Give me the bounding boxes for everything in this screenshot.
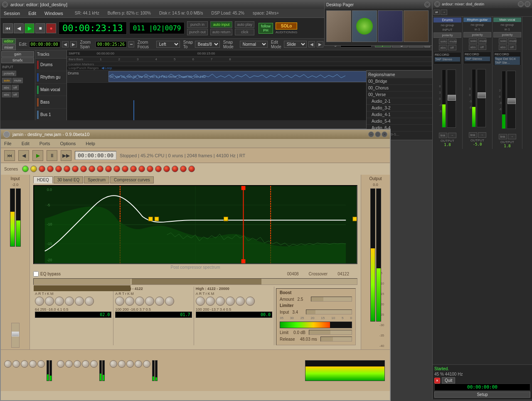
mid-knob-1[interactable]: [57, 360, 64, 368]
solo-button[interactable]: SOLo: [276, 22, 297, 30]
drums-link-btn[interactable]: link: [439, 133, 447, 138]
high-knee-knob[interactable]: [236, 297, 245, 306]
low-threshold-knob[interactable]: [55, 297, 64, 306]
mid-knob-3[interactable]: [74, 360, 81, 368]
limit-slider[interactable]: [309, 330, 352, 335]
jamin-menu-file[interactable]: File: [2, 140, 13, 147]
jamin-menu-edit[interactable]: Edit: [20, 140, 31, 147]
prev-button[interactable]: ⏮: [3, 23, 13, 33]
drums-off-btn[interactable]: off: [448, 45, 456, 50]
polarity-btn[interactable]: polarity: [2, 71, 16, 76]
zoom-focus-select[interactable]: LeftRightCenter: [156, 41, 180, 48]
scene-dot-5[interactable]: [55, 166, 62, 172]
mid-knob-4[interactable]: [82, 360, 89, 368]
scene-dot-19[interactable]: [172, 166, 178, 172]
stop-button[interactable]: ■: [35, 23, 45, 33]
nudge-right-btn[interactable]: ▶: [317, 41, 323, 47]
menu-edit[interactable]: Edit: [27, 10, 38, 17]
30band-tab[interactable]: 30 band EQ: [54, 176, 83, 183]
pager-thumb-1[interactable]: [326, 10, 351, 42]
vocal-fader[interactable]: [507, 71, 516, 129]
record-button[interactable]: ●: [46, 23, 56, 33]
scene-dot-3[interactable]: [39, 166, 45, 172]
menu-session[interactable]: Session: [2, 10, 22, 17]
track-main-vocal[interactable]: Main vocal: [35, 84, 66, 96]
scene-dot-2[interactable]: [30, 166, 37, 172]
mute-track-btn[interactable]: mute: [12, 78, 23, 83]
gain-btn[interactable]: gain: [1, 51, 34, 57]
high-attack-knob[interactable]: [196, 297, 205, 306]
abs-btn2[interactable]: abs: [2, 92, 11, 97]
low-makeup-knob[interactable]: [85, 297, 94, 306]
low-knob-1[interactable]: [4, 360, 12, 368]
rhythm-abs-btn[interactable]: abs: [469, 45, 477, 50]
jamin-pause-btn[interactable]: ⏸: [47, 150, 57, 161]
compressor-tab[interactable]: Compressor curves: [110, 176, 154, 183]
mixer-close-btn[interactable]: ✕: [434, 1, 440, 7]
nudge-left-btn[interactable]: ◀: [308, 41, 315, 47]
scene-dot-20[interactable]: [180, 166, 187, 172]
region-audio54[interactable]: Audio_5-4: [367, 118, 432, 125]
zoom-out-btn[interactable]: ━: [128, 41, 134, 47]
vocal-arrow-btn[interactable]: →: [508, 134, 516, 139]
scene-dot-16[interactable]: [147, 166, 153, 172]
jamin-close-btn[interactable]: ✕: [382, 131, 387, 137]
jamin-menu-options[interactable]: Options: [58, 140, 77, 147]
high-knob-5[interactable]: [143, 360, 150, 368]
drums-fader-handle[interactable]: [448, 95, 456, 101]
zoom-span-input[interactable]: [96, 41, 127, 47]
mixer-max-btn[interactable]: □: [525, 1, 530, 7]
edit-snap-btn2[interactable]: ▶: [70, 41, 77, 47]
snap-mode-select[interactable]: NormalMagneticNone: [240, 41, 268, 48]
scene-dot-13[interactable]: [122, 166, 128, 172]
scene-dot-11[interactable]: [105, 166, 112, 172]
release-slider[interactable]: [320, 337, 352, 342]
drums-abs-btn[interactable]: abs: [439, 45, 447, 50]
pager-thumb-4[interactable]: [404, 10, 429, 42]
vocal-plugin-1[interactable]: Tape Del SC4 TAP Ste...: [495, 57, 520, 65]
high-knob-1[interactable]: [110, 360, 117, 368]
low-knee-knob[interactable]: [75, 297, 84, 306]
scene-dot-4[interactable]: [47, 166, 54, 172]
hdeq-tab[interactable]: HDEQ: [33, 176, 53, 183]
low-knob-2[interactable]: [12, 360, 20, 368]
setup-button[interactable]: Setup: [434, 391, 530, 398]
auto-input-button[interactable]: auto input: [210, 21, 233, 28]
high-knob-3[interactable]: [126, 360, 134, 368]
vocal-abs-btn[interactable]: abs: [499, 45, 507, 50]
region-chorus[interactable]: 00_Chorus: [367, 85, 432, 92]
mid-release-knob[interactable]: [125, 297, 134, 306]
jamin-minimize-btn[interactable]: ─: [368, 131, 374, 137]
drums-plugin-2[interactable]: TAP Stereo: [435, 57, 460, 62]
edit-mode-select[interactable]: SlideLockRipple: [284, 41, 307, 48]
rhythm-off-btn[interactable]: off: [478, 45, 486, 50]
solo-track-btn[interactable]: solo: [2, 78, 12, 83]
jamin-forward-btn[interactable]: ▶▶: [61, 150, 71, 161]
input-fader[interactable]: [11, 323, 20, 348]
mid-knob-5[interactable]: [90, 360, 98, 368]
timefx-btn[interactable]: timefx: [1, 57, 34, 63]
jamin-rewind-btn[interactable]: ◀: [18, 150, 29, 161]
mixer-link-btn[interactable]: →: [441, 10, 447, 15]
vocal-off-btn[interactable]: off: [508, 45, 516, 50]
drums-fader[interactable]: [447, 69, 456, 128]
quit-button[interactable]: Quit: [442, 377, 455, 384]
vocal-mute-btn[interactable]: mute: [508, 38, 516, 44]
high-knob-2[interactable]: [118, 360, 126, 368]
click-button[interactable]: click: [235, 29, 254, 35]
region-audio41[interactable]: Audio_4-1: [367, 111, 432, 118]
track-bus1[interactable]: Bus 1: [35, 109, 66, 120]
mid-attack-knob[interactable]: [115, 297, 124, 306]
drums-plugin-1[interactable]: RECORD: [435, 53, 460, 57]
pager-close-btn[interactable]: ✕: [424, 2, 430, 7]
drums-arrow-btn[interactable]: →: [448, 133, 456, 138]
rhythm-link-btn[interactable]: link: [469, 132, 477, 138]
high-makeup-knob[interactable]: [246, 297, 255, 306]
scene-dot-17[interactable]: [155, 166, 162, 172]
mixer-sync-btn[interactable]: ⇄: [433, 10, 440, 15]
rhythm-fader-handle[interactable]: [478, 92, 486, 98]
low-ratio-knob[interactable]: [65, 297, 74, 306]
scene-dot-8[interactable]: [80, 166, 87, 172]
mid-knee-knob[interactable]: [155, 297, 164, 306]
scene-dot-10[interactable]: [97, 166, 103, 172]
